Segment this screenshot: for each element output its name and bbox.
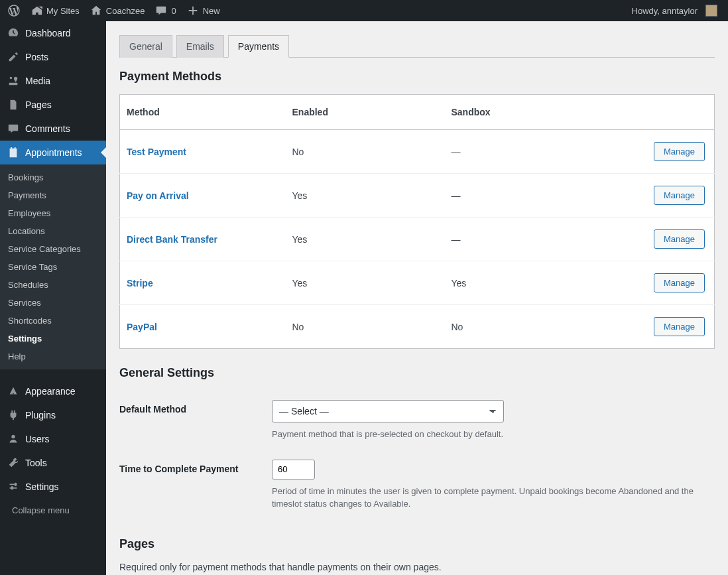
table-row: Direct Bank TransferYes—Manage <box>120 218 715 261</box>
media-icon <box>7 74 20 88</box>
cell-enabled: Yes <box>286 261 445 305</box>
general-settings-heading: General Settings <box>119 366 715 380</box>
menu-item-tools[interactable]: Tools <box>0 451 106 475</box>
collapse-menu-button[interactable]: Collapse menu <box>0 499 106 522</box>
menu-label: Users <box>25 434 50 444</box>
menu-label: Dashboard <box>25 28 71 38</box>
sub-item-bookings[interactable]: Bookings <box>0 168 106 186</box>
main-content: GeneralEmailsPayments Payment Methods Me… <box>106 21 728 575</box>
time-to-complete-label: Time to Complete Payment <box>119 460 259 474</box>
tab-payments[interactable]: Payments <box>228 35 289 58</box>
method-link[interactable]: Direct Bank Transfer <box>127 234 217 245</box>
menu-item-appointments[interactable]: Appointments <box>0 141 106 164</box>
table-row: StripeYesYesManage <box>120 261 715 305</box>
adminbar: My Sites Coachzee 0 New Howdy, anntaylor <box>0 0 728 21</box>
time-to-complete-desc: Period of time in minutes the user is gi… <box>272 485 709 511</box>
manage-button[interactable]: Manage <box>654 186 705 205</box>
table-row: Test PaymentNo—Manage <box>120 130 715 174</box>
settings-icon <box>7 480 20 493</box>
dashboard-icon <box>7 27 20 40</box>
sub-item-payments[interactable]: Payments <box>0 186 106 204</box>
account-button[interactable]: Howdy, anntaylor <box>627 0 723 21</box>
menu-item-media[interactable]: Media <box>0 69 106 93</box>
users-icon <box>7 432 20 446</box>
plus-icon <box>187 5 199 17</box>
menu-item-pages[interactable]: Pages <box>0 93 106 117</box>
manage-button[interactable]: Manage <box>654 229 705 249</box>
site-name-button[interactable]: Coachzee <box>85 0 151 21</box>
wp-logo[interactable] <box>3 0 25 21</box>
payment-methods-table: Method Enabled Sandbox Test PaymentNo—Ma… <box>119 94 715 349</box>
pages-heading: Pages <box>119 537 715 551</box>
menu-item-users[interactable]: Users <box>0 427 106 451</box>
avatar <box>705 5 717 17</box>
sub-item-shortcodes[interactable]: Shortcodes <box>0 312 106 330</box>
tabs: GeneralEmailsPayments <box>119 34 715 58</box>
manage-button[interactable]: Manage <box>654 273 705 292</box>
tab-general[interactable]: General <box>119 35 172 58</box>
home-multi-icon <box>30 5 42 17</box>
pages-icon <box>7 98 20 111</box>
site-name-label: Coachzee <box>106 6 145 16</box>
sub-item-settings[interactable]: Settings <box>0 330 106 348</box>
menu-label: Appearance <box>25 386 76 397</box>
menu-label: Media <box>25 76 50 86</box>
menu-item-settings[interactable]: Settings <box>0 475 106 499</box>
method-link[interactable]: Pay on Arrival <box>127 190 189 201</box>
manage-button[interactable]: Manage <box>654 317 705 336</box>
appointments-icon <box>7 146 20 159</box>
col-method: Method <box>120 95 286 130</box>
method-link[interactable]: PayPal <box>127 322 157 332</box>
menu-item-dashboard[interactable]: Dashboard <box>0 21 106 45</box>
sub-item-help[interactable]: Help <box>0 348 106 365</box>
default-method-select[interactable]: — Select — <box>272 400 504 422</box>
sub-item-schedules[interactable]: Schedules <box>0 276 106 294</box>
menu-label: Tools <box>25 458 47 468</box>
sidebar: DashboardPostsMediaPagesCommentsAppointm… <box>0 21 106 575</box>
collapse-label: Collapse menu <box>12 505 70 515</box>
menu-item-comments[interactable]: Comments <box>0 117 106 141</box>
payment-methods-heading: Payment Methods <box>119 70 715 84</box>
default-method-desc: Payment method that is pre-selected on c… <box>272 428 709 441</box>
table-row: Pay on ArrivalYes—Manage <box>120 174 715 218</box>
new-label: New <box>203 6 220 16</box>
menu-label: Plugins <box>25 410 56 420</box>
time-to-complete-input[interactable] <box>272 460 315 479</box>
cell-sandbox: — <box>445 174 629 218</box>
menu-item-plugins[interactable]: Plugins <box>0 403 106 427</box>
cell-enabled: Yes <box>286 218 445 261</box>
method-link[interactable]: Test Payment <box>127 147 186 157</box>
tools-icon <box>7 456 20 470</box>
method-link[interactable]: Stripe <box>127 278 153 288</box>
sub-item-service-categories[interactable]: Service Categories <box>0 240 106 258</box>
tab-emails[interactable]: Emails <box>176 35 224 58</box>
pages-desc: Required only for payment methods that h… <box>119 562 715 572</box>
greeting-text: Howdy, anntaylor <box>632 6 698 16</box>
menu-item-appearance[interactable]: Appearance <box>0 379 106 403</box>
row-time-to-complete: Time to Complete Payment Period of time … <box>119 450 715 520</box>
new-button[interactable]: New <box>182 0 225 21</box>
sub-item-locations[interactable]: Locations <box>0 222 106 240</box>
plugins-icon <box>7 409 20 422</box>
cell-sandbox: — <box>445 218 629 261</box>
sub-item-service-tags[interactable]: Service Tags <box>0 258 106 276</box>
cell-sandbox: No <box>445 305 629 349</box>
sub-item-employees[interactable]: Employees <box>0 204 106 222</box>
comments-icon <box>7 122 20 135</box>
sub-item-services[interactable]: Services <box>0 294 106 312</box>
menu-label: Settings <box>25 481 59 492</box>
wordpress-icon <box>8 5 20 17</box>
menu-label: Posts <box>25 52 48 62</box>
my-sites-button[interactable]: My Sites <box>25 0 85 21</box>
home-icon <box>90 5 102 17</box>
row-default-method: Default Method — Select — Payment method… <box>119 391 715 450</box>
my-sites-label: My Sites <box>46 6 80 16</box>
col-sandbox: Sandbox <box>445 95 629 130</box>
comments-count: 0 <box>171 6 176 16</box>
cell-enabled: No <box>286 305 445 349</box>
cell-enabled: Yes <box>286 174 445 218</box>
comments-button[interactable]: 0 <box>150 0 181 21</box>
cell-sandbox: — <box>445 130 629 174</box>
manage-button[interactable]: Manage <box>654 142 705 161</box>
menu-item-posts[interactable]: Posts <box>0 45 106 69</box>
